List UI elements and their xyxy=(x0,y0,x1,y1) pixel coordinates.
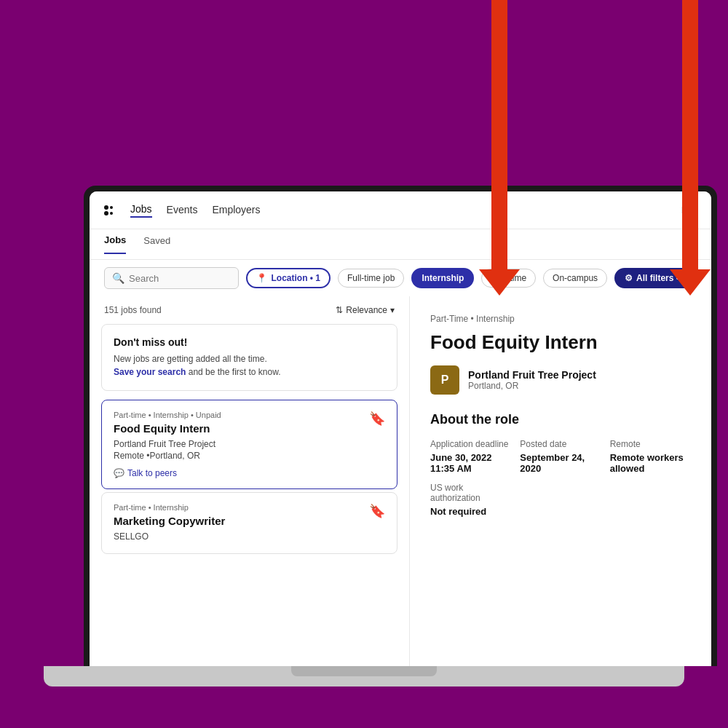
app-logo xyxy=(104,205,113,215)
logo-dot xyxy=(104,205,108,210)
job-card-1-meta: Part-time • Internship • Unpaid xyxy=(114,411,221,419)
job-card-2-meta: Part-time • Internship xyxy=(114,503,225,512)
job-card-1[interactable]: Part-time • Internship • Unpaid Food Equ… xyxy=(101,400,397,489)
logo-dot xyxy=(104,211,108,215)
job-card-1-title: Food Equity Intern xyxy=(114,422,221,435)
detail-deadline: Application deadline June 30, 2022 11:35… xyxy=(430,439,511,474)
job-card-1-header: Part-time • Internship • Unpaid Food Equ… xyxy=(114,411,385,461)
filter-all[interactable]: ⚙ All filters • 1 xyxy=(614,268,697,288)
promo-description: New jobs are getting added all the time.… xyxy=(114,352,385,379)
about-role-heading: About the role xyxy=(430,412,691,427)
filter-oncampus[interactable]: On-campus xyxy=(543,269,607,288)
filter-internship[interactable]: Internship xyxy=(411,268,474,288)
sort-label: Relevance xyxy=(346,305,387,315)
chat-icon: 💬 xyxy=(114,468,124,478)
logo-icon xyxy=(104,205,113,215)
job-card-1-company: Portland Fruit Tree Project xyxy=(114,439,221,449)
chevron-down-icon: ▾ xyxy=(390,305,395,315)
detail-auth-label: US work authorization xyxy=(430,483,511,503)
search-input[interactable] xyxy=(129,273,231,284)
browser-window: Jobs Events Employers box Jobs Saved 🔍 📍 xyxy=(90,191,711,666)
talk-peers-1[interactable]: 💬 Talk to peers xyxy=(114,468,385,478)
filter-fulltime-label: Full-time job xyxy=(347,273,395,283)
tab-saved[interactable]: Saved xyxy=(143,235,170,253)
main-content: 151 jobs found ⇅ Relevance ▾ Don't miss … xyxy=(90,296,711,666)
company-info: Portland Fruit Tree Project Portland, OR xyxy=(468,369,596,391)
company-row: P Portland Fruit Tree Project Portland, … xyxy=(430,365,691,395)
filter-parttime-label: Part-time xyxy=(491,273,526,283)
detail-remote-label: Remote xyxy=(610,439,691,449)
filter-bar: 🔍 📍 Location • 1 Full-time job Internshi… xyxy=(90,260,711,296)
laptop-shell: Jobs Events Employers box Jobs Saved 🔍 📍 xyxy=(84,186,717,666)
results-count: 151 jobs found xyxy=(104,305,162,315)
filter-internship-label: Internship xyxy=(422,273,464,283)
search-icon: 🔍 xyxy=(112,272,124,284)
role-details-grid: Application deadline June 30, 2022 11:35… xyxy=(430,439,691,517)
nav-employers[interactable]: Employers xyxy=(212,204,260,217)
laptop-screen: Jobs Events Employers box Jobs Saved 🔍 📍 xyxy=(90,191,711,666)
laptop-base-indent xyxy=(291,666,437,676)
detail-auth-value: Not required xyxy=(430,506,511,517)
company-location: Portland, OR xyxy=(468,381,596,391)
job-card-2-header: Part-time • Internship Marketing Copywri… xyxy=(114,503,385,543)
nav-links: Jobs Events Employers xyxy=(130,203,261,218)
job-detail-title: Food Equity Intern xyxy=(430,331,691,354)
logo-dot xyxy=(110,206,113,209)
company-name: Portland Fruit Tree Project xyxy=(468,369,596,381)
results-header: 151 jobs found ⇅ Relevance ▾ xyxy=(90,296,409,324)
save-search-link[interactable]: Save your search xyxy=(114,367,186,377)
talk-peers-label: Talk to peers xyxy=(127,468,177,478)
filter-location-label: Location • 1 xyxy=(271,273,320,283)
left-panel: 151 jobs found ⇅ Relevance ▾ Don't miss … xyxy=(90,296,410,666)
right-panel: Part-Time • Internship Food Equity Inter… xyxy=(410,296,711,666)
sub-nav: Jobs Saved xyxy=(90,229,711,260)
promo-card: Don't miss out! New jobs are getting add… xyxy=(101,324,397,391)
laptop-base xyxy=(44,666,684,687)
job-detail-type: Part-Time • Internship xyxy=(430,314,691,324)
bookmark-icon-1[interactable]: 🔖 xyxy=(369,411,385,427)
promo-title: Don't miss out! xyxy=(114,336,385,348)
sort-icon: ⇅ xyxy=(336,305,343,315)
detail-auth: US work authorization Not required xyxy=(430,483,511,517)
filter-fulltime[interactable]: Full-time job xyxy=(338,269,404,288)
nav-right: box xyxy=(681,205,697,215)
detail-remote: Remote Remote workers allowed xyxy=(610,439,691,474)
detail-posted: Posted date September 24, 2020 xyxy=(520,439,601,474)
nav-jobs[interactable]: Jobs xyxy=(130,203,152,218)
main-nav: Jobs Events Employers box xyxy=(90,191,711,229)
detail-posted-label: Posted date xyxy=(520,439,601,449)
detail-remote-value: Remote workers allowed xyxy=(610,452,691,474)
filter-parttime[interactable]: Part-time xyxy=(481,269,536,288)
bookmark-icon-2[interactable]: 🔖 xyxy=(369,503,385,519)
sliders-icon: ⚙ xyxy=(625,273,633,283)
detail-posted-value: September 24, 2020 xyxy=(520,452,601,474)
job-card-2[interactable]: Part-time • Internship Marketing Copywri… xyxy=(101,492,397,554)
filter-oncampus-label: On-campus xyxy=(553,273,598,283)
logo-dot xyxy=(110,212,113,215)
location-icon: 📍 xyxy=(256,273,267,283)
sort-button[interactable]: ⇅ Relevance ▾ xyxy=(336,305,395,315)
company-logo: P xyxy=(430,365,459,395)
job-card-1-location: Remote •Portland, OR xyxy=(114,451,221,461)
filter-all-label: All filters • 1 xyxy=(636,273,687,283)
promo-suffix: and be the first to know. xyxy=(186,367,280,377)
search-box[interactable]: 🔍 xyxy=(104,267,239,289)
job-card-2-title: Marketing Copywriter xyxy=(114,515,225,527)
filter-location[interactable]: 📍 Location • 1 xyxy=(246,268,331,288)
detail-deadline-label: Application deadline xyxy=(430,439,511,449)
detail-deadline-value: June 30, 2022 11:35 AM xyxy=(430,452,511,474)
tab-jobs[interactable]: Jobs xyxy=(104,234,126,254)
job-card-2-company: SELLGO xyxy=(114,531,225,542)
nav-events[interactable]: Events xyxy=(167,204,198,217)
